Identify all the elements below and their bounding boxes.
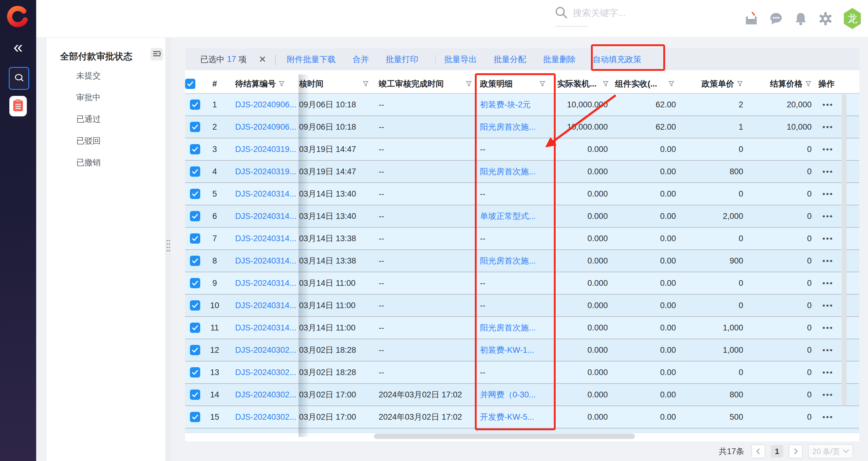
policy-detail-link[interactable]: 单坡正常型式...: [480, 211, 536, 222]
row-checkbox[interactable]: [190, 189, 200, 199]
cell-received: 0.00: [612, 339, 678, 361]
row-checkbox[interactable]: [190, 144, 200, 154]
row-checkbox[interactable]: [190, 256, 200, 266]
policy-detail-link[interactable]: 初装费-块-2元: [480, 99, 531, 110]
settlement-code-link[interactable]: DJS-20240314...: [235, 301, 297, 310]
row-more-button[interactable]: •••: [823, 345, 833, 355]
row-more-button[interactable]: •••: [823, 323, 833, 333]
rail-report-item[interactable]: [9, 96, 27, 116]
row-more-button[interactable]: •••: [823, 167, 833, 176]
toolbar-action-5[interactable]: 批量删除: [543, 54, 576, 65]
cell-actual_capacity: 10,000.000: [555, 116, 612, 138]
row-checkbox[interactable]: [190, 322, 200, 333]
row-more-button[interactable]: •••: [823, 256, 833, 266]
row-checkbox[interactable]: [190, 233, 200, 244]
policy-detail-link[interactable]: 阳光房首次施...: [480, 255, 536, 266]
row-more-button[interactable]: •••: [823, 145, 833, 154]
row-more-button[interactable]: •••: [823, 301, 833, 310]
settlement-code-link[interactable]: DJS-20240314...: [235, 279, 297, 288]
row-checkbox[interactable]: [190, 166, 200, 177]
select-all-checkbox[interactable]: [185, 79, 195, 89]
toolbar-action-1[interactable]: 合并: [352, 54, 369, 65]
filter-icon[interactable]: [466, 81, 472, 87]
prev-page-button[interactable]: [751, 444, 765, 458]
settlement-code-link[interactable]: DJS-20240302...: [235, 345, 297, 355]
settlement-code-link[interactable]: DJS-20240319...: [235, 167, 297, 176]
filter-icon[interactable]: [805, 81, 812, 87]
bell-icon[interactable]: [793, 11, 808, 26]
filter-icon[interactable]: [668, 81, 675, 87]
row-more-button[interactable]: •••: [823, 122, 833, 132]
row-checkbox-cell: [185, 428, 205, 433]
chat-icon[interactable]: [769, 11, 783, 26]
row-more-button[interactable]: •••: [823, 212, 833, 221]
settlement-code-link[interactable]: DJS-20240302...: [235, 412, 297, 422]
current-page-button[interactable]: 1: [771, 445, 783, 458]
row-more-button[interactable]: •••: [823, 368, 833, 377]
settlement-code-link[interactable]: DJS-20240319...: [235, 145, 297, 154]
row-checkbox[interactable]: [190, 412, 200, 422]
settlement-code-link[interactable]: DJS-20240906...: [235, 122, 297, 132]
row-checkbox[interactable]: [190, 390, 200, 400]
cell-text: 800: [730, 390, 743, 399]
toolbar-action-4[interactable]: 批量分配: [494, 54, 526, 65]
filter-icon[interactable]: [278, 81, 285, 87]
row-checkbox-cell: [185, 139, 205, 160]
policy-detail-link[interactable]: 阳光房首次施...: [480, 166, 536, 177]
policy-detail-link[interactable]: 初装费-KW-1...: [480, 345, 534, 356]
nav-item-2[interactable]: 已通过: [47, 108, 167, 130]
settlement-code-link[interactable]: DJS-20240314...: [235, 234, 297, 243]
filter-icon[interactable]: [362, 81, 369, 87]
next-page-button[interactable]: [789, 444, 803, 458]
row-checkbox[interactable]: [190, 211, 200, 221]
toolbar-action-2[interactable]: 批量打印: [385, 54, 418, 65]
user-avatar[interactable]: 龙: [843, 8, 862, 29]
row-more-button[interactable]: •••: [823, 234, 833, 243]
vertical-scrollbar[interactable]: [842, 93, 846, 405]
toolbar-action-3[interactable]: 批量导出: [444, 54, 477, 65]
settlement-code-link[interactable]: DJS-20240906...: [235, 100, 297, 110]
policy-detail-link[interactable]: 开发费-KW-5...: [480, 411, 534, 422]
row-more-button[interactable]: •••: [823, 412, 833, 422]
gear-icon[interactable]: [818, 11, 833, 26]
policy-detail-link[interactable]: 阳光房首次施...: [480, 322, 536, 333]
policy-detail-link[interactable]: 并网费（0-30...: [480, 389, 536, 400]
toolbar-action-0[interactable]: 附件批量下载: [287, 54, 336, 65]
toolbar-action-6[interactable]: 自动填充政策: [592, 54, 641, 65]
cell-review_time: 03月02日 17:00: [299, 406, 374, 428]
nav-list-collapse-button[interactable]: [150, 48, 163, 61]
horizontal-scrollbar[interactable]: [374, 434, 635, 439]
settlement-code-link[interactable]: DJS-20240314...: [235, 256, 297, 266]
app-logo-icon[interactable]: [5, 4, 30, 30]
settlement-code-link[interactable]: DJS-20240302...: [235, 390, 297, 399]
row-more-button[interactable]: •••: [823, 279, 833, 288]
nav-item-1[interactable]: 审批中: [47, 87, 167, 108]
row-more-button[interactable]: •••: [823, 390, 833, 399]
page-size-select[interactable]: 20 条/页: [808, 444, 853, 459]
collapse-sidebar-icon[interactable]: «: [0, 39, 36, 56]
filter-icon[interactable]: [737, 81, 743, 87]
row-checkbox[interactable]: [190, 99, 200, 110]
nav-item-0[interactable]: 未提交: [47, 65, 167, 87]
clear-selection-icon[interactable]: ✕: [259, 54, 266, 64]
rail-search-item[interactable]: [9, 67, 29, 90]
settlement-code-link[interactable]: DJS-20240302...: [235, 368, 297, 377]
policy-detail-link[interactable]: 阳光房首次施...: [480, 122, 536, 132]
filter-icon[interactable]: [602, 81, 609, 87]
row-checkbox[interactable]: [190, 367, 200, 377]
settlement-code-link[interactable]: DJS-20240314...: [235, 323, 297, 333]
row-more-button[interactable]: •••: [823, 189, 833, 199]
filter-icon[interactable]: [539, 81, 546, 87]
row-checkbox[interactable]: [190, 300, 200, 311]
row-more-button[interactable]: •••: [823, 100, 833, 110]
row-checkbox[interactable]: [190, 278, 200, 288]
nav-item-3[interactable]: 已驳回: [47, 130, 167, 152]
row-checkbox[interactable]: [190, 122, 200, 132]
row-checkbox[interactable]: [190, 345, 200, 355]
global-search-input[interactable]: 搜索关键字...: [554, 5, 626, 21]
nav-item-4[interactable]: 已撤销: [47, 152, 167, 173]
settlement-code-link[interactable]: DJS-20240314...: [235, 212, 297, 221]
mail-icon[interactable]: [744, 11, 759, 26]
settlement-code-link[interactable]: DJS-20240314...: [235, 189, 297, 199]
splitter-drag-handle[interactable]: [166, 239, 170, 253]
